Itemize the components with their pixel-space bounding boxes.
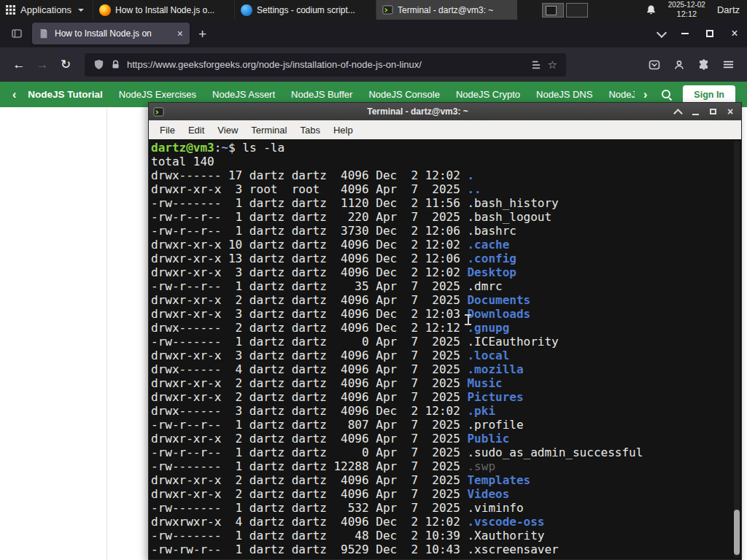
workspace-window-thumb xyxy=(546,6,557,15)
tabbar-right-controls: × xyxy=(658,20,747,47)
tab-title: How to Install Node.js on xyxy=(55,28,171,39)
terminal-line: drwx------ 4 dartz dartz 4096 Apr 7 2025… xyxy=(151,362,732,376)
page-sidebar-divider xyxy=(107,107,107,560)
gfg-nav-item-console[interactable]: NodeJS Console xyxy=(360,89,448,100)
terminal-shade-button[interactable] xyxy=(671,105,684,118)
panel-username[interactable]: Dartz xyxy=(717,4,740,15)
menu-terminal[interactable]: Terminal xyxy=(244,125,293,136)
gfg-nav-item-buffer[interactable]: NodeJS Buffer xyxy=(283,89,360,100)
terminal-title-bar[interactable]: Terminal - dartz@vm3: ~ × xyxy=(148,102,742,120)
terminal-scrollbar-track[interactable] xyxy=(734,141,740,558)
terminal-text: drwxr-xr-x 3 root root 4096 Apr 7 2025 xyxy=(151,182,467,196)
terminal-line: drwxr-xr-x 3 dartz dartz 4096 Dec 2 12:0… xyxy=(151,265,732,279)
firefox-view-button[interactable] xyxy=(7,24,26,43)
notification-bell-icon[interactable] xyxy=(646,4,657,15)
terminal-minimize-button[interactable] xyxy=(689,105,702,118)
scroll-right-icon[interactable]: › xyxy=(640,88,651,101)
terminal-text-tp-blue: ~ xyxy=(221,141,228,155)
terminal-text-nm-file: .Xauthority xyxy=(467,529,544,542)
terminal-text: drwxr-xr-x 3 dartz dartz 4096 Dec 2 12:0… xyxy=(151,265,467,279)
account-icon[interactable] xyxy=(673,59,685,71)
gfg-right-controls: › Sign In xyxy=(640,85,738,104)
taskbar-item-codium[interactable]: Settings - codium script... xyxy=(234,0,376,20)
browser-restore-button[interactable] xyxy=(697,20,722,47)
terminal-text: : xyxy=(214,141,222,155)
gfg-nav-item-crypto[interactable]: NodeJS Crypto xyxy=(448,89,528,100)
workspace-1[interactable] xyxy=(542,3,564,18)
applications-menu-button[interactable]: Applications xyxy=(0,0,93,20)
terminal-text-nm-dir: . xyxy=(467,168,474,182)
terminal-text-nm-dir: .pki xyxy=(467,404,495,418)
url-text[interactable]: https://www.geeksforgeeks.org/node-js/in… xyxy=(127,59,525,70)
bookmark-star-icon[interactable]: ☆ xyxy=(548,59,557,70)
url-bar[interactable]: https://www.geeksforgeeks.org/node-js/in… xyxy=(85,53,566,77)
terminal-icon xyxy=(153,106,164,117)
terminal-maximize-button[interactable] xyxy=(706,105,719,118)
terminal-line: -rw------- 1 dartz dartz 48 Dec 2 10:39 … xyxy=(151,529,732,542)
search-icon[interactable] xyxy=(661,89,673,101)
restore-icon xyxy=(706,30,713,37)
gfg-nav-item-assert[interactable]: NodeJS Assert xyxy=(204,89,283,100)
page-favicon xyxy=(39,28,49,39)
menu-file[interactable]: File xyxy=(153,125,182,136)
terminal-text-nm-file: .bash_history xyxy=(467,196,558,210)
menu-view[interactable]: View xyxy=(211,125,244,136)
taskbar-item-firefox[interactable]: How to Install Node.js o... xyxy=(93,0,234,20)
terminal-total-line: total 140 xyxy=(151,155,732,168)
tab-close-button[interactable]: × xyxy=(177,28,183,39)
browser-nav-bar: ← → ↻ https://www.geeksforgeeks.org/node… xyxy=(0,47,747,82)
codium-icon xyxy=(241,4,252,16)
minimize-icon xyxy=(681,33,689,34)
gfg-nav-item-truncated[interactable]: NodeJS xyxy=(600,89,635,100)
terminal-body[interactable]: dartz@vm3:~$ ls -latotal 140drwx------ 1… xyxy=(148,139,742,560)
list-all-tabs-icon[interactable] xyxy=(657,27,667,37)
terminal-line: -rw-r--r-- 1 dartz dartz 807 Apr 7 2025 … xyxy=(151,418,732,432)
sign-in-button[interactable]: Sign In xyxy=(683,85,735,104)
forward-button[interactable]: → xyxy=(31,53,54,77)
reader-mode-icon[interactable] xyxy=(531,60,541,70)
taskbar-label-codium: Settings - codium script... xyxy=(257,5,370,15)
terminal-text-nm-dir: Documents xyxy=(467,293,530,307)
terminal-text-nm-file: .sudo_as_admin_successful xyxy=(467,446,643,459)
taskbar-item-terminal[interactable]: Terminal - dartz@vm3: ~ xyxy=(376,0,517,20)
terminal-close-button[interactable]: × xyxy=(724,105,737,118)
terminal-text: -rw-r--r-- 1 dartz dartz 35 Apr 7 2025 xyxy=(151,279,467,293)
extensions-puzzle-icon[interactable] xyxy=(698,59,710,71)
browser-minimize-button[interactable] xyxy=(673,20,697,47)
nav-right-icons xyxy=(649,59,740,71)
lock-icon[interactable] xyxy=(111,60,120,69)
terminal-text: drwx------ 2 dartz dartz 4096 Dec 2 12:1… xyxy=(151,321,467,335)
terminal-text: drwxrwxr-x 4 dartz dartz 4096 Dec 2 12:0… xyxy=(151,515,467,529)
menu-tabs[interactable]: Tabs xyxy=(293,125,326,136)
terminal-line: drwxr-xr-x 13 dartz dartz 4096 Dec 2 12:… xyxy=(151,252,732,265)
terminal-text-nm-file: .ICEauthority xyxy=(467,335,558,349)
back-button[interactable]: ← xyxy=(7,53,31,77)
terminal-line: -rw------- 1 dartz dartz 12288 Apr 7 202… xyxy=(151,459,732,473)
gfg-nav-item-tutorial[interactable]: NodeJS Tutorial xyxy=(20,89,111,100)
reload-button[interactable]: ↻ xyxy=(54,53,77,77)
menu-edit[interactable]: Edit xyxy=(182,125,211,136)
terminal-text-nm-dim: .swp xyxy=(467,459,495,473)
panel-clock[interactable]: 2025-12-02 12:12 xyxy=(668,1,705,19)
terminal-line: -rw-r--r-- 1 dartz dartz 3730 Dec 2 12:0… xyxy=(151,224,732,238)
terminal-scrollbar-thumb[interactable] xyxy=(734,510,740,555)
terminal-text: -rw------- 1 dartz dartz 12288 Apr 7 202… xyxy=(151,459,467,473)
menu-hamburger-icon[interactable] xyxy=(723,59,734,70)
workspace-2[interactable] xyxy=(566,3,588,18)
terminal-text: -rw------- 1 dartz dartz 532 Apr 7 2025 xyxy=(151,501,467,515)
gfg-nav-item-exercises[interactable]: NodeJS Exercises xyxy=(111,89,204,100)
browser-close-button[interactable]: × xyxy=(722,20,747,47)
gfg-nav-item-dns[interactable]: NodeJS DNS xyxy=(528,89,600,100)
terminal-text: -rw-r--r-- 1 dartz dartz 0 Apr 7 2025 xyxy=(151,446,467,459)
new-tab-button[interactable]: + xyxy=(198,27,206,41)
browser-tab-active[interactable]: How to Install Node.js on × xyxy=(32,23,190,44)
terminal-text-nm-dir: Music xyxy=(467,376,502,390)
menu-help[interactable]: Help xyxy=(327,125,360,136)
pocket-icon[interactable] xyxy=(649,59,660,71)
applications-label: Applications xyxy=(20,4,71,15)
terminal-text-nm-file: .viminfo xyxy=(467,501,523,515)
terminal-text-nm-dir: .local xyxy=(467,349,509,362)
terminal-output[interactable]: dartz@vm3:~$ ls -latotal 140drwx------ 1… xyxy=(151,141,732,556)
tracking-shield-icon[interactable] xyxy=(93,59,104,70)
scroll-left-icon[interactable]: ‹ xyxy=(9,88,20,101)
